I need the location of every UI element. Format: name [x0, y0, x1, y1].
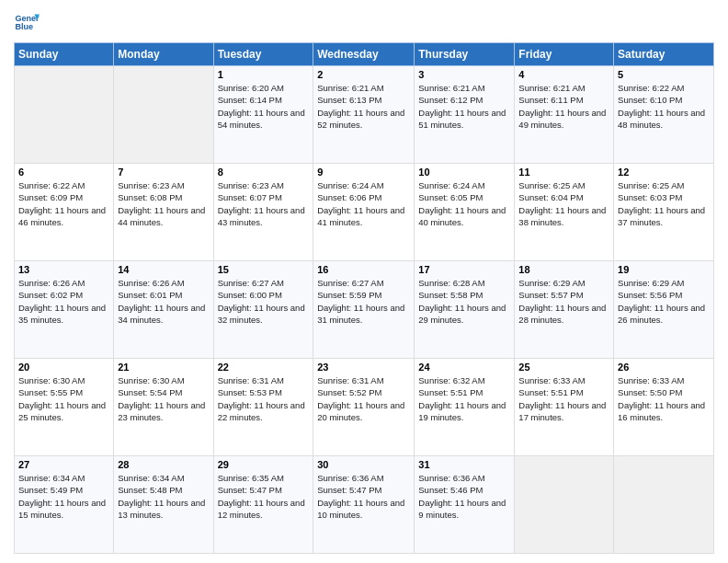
calendar-cell: 20Sunrise: 6:30 AM Sunset: 5:55 PM Dayli…: [15, 359, 114, 456]
day-info: Sunrise: 6:34 AM Sunset: 5:49 PM Dayligh…: [18, 472, 109, 521]
logo: General Blue: [14, 9, 40, 35]
page: General Blue SundayMondayTuesdayWednesda…: [0, 0, 728, 563]
day-info: Sunrise: 6:29 AM Sunset: 5:56 PM Dayligh…: [618, 277, 710, 326]
day-info: Sunrise: 6:32 AM Sunset: 5:51 PM Dayligh…: [418, 374, 510, 423]
day-info: Sunrise: 6:21 AM Sunset: 6:11 PM Dayligh…: [518, 82, 609, 131]
calendar-cell: 17Sunrise: 6:28 AM Sunset: 5:58 PM Dayli…: [415, 261, 515, 359]
week-row-2: 6Sunrise: 6:22 AM Sunset: 6:09 PM Daylig…: [15, 164, 714, 261]
day-info: Sunrise: 6:21 AM Sunset: 6:13 PM Dayligh…: [317, 82, 410, 131]
day-info: Sunrise: 6:34 AM Sunset: 5:48 PM Dayligh…: [118, 472, 209, 521]
day-number: 15: [218, 264, 310, 275]
day-info: Sunrise: 6:31 AM Sunset: 5:52 PM Dayligh…: [317, 374, 410, 423]
day-number: 3: [418, 69, 510, 80]
calendar-cell: 19Sunrise: 6:29 AM Sunset: 5:56 PM Dayli…: [614, 261, 714, 359]
day-info: Sunrise: 6:27 AM Sunset: 5:59 PM Dayligh…: [317, 277, 410, 326]
week-row-1: 1Sunrise: 6:20 AM Sunset: 6:14 PM Daylig…: [15, 66, 714, 164]
calendar-header-row: SundayMondayTuesdayWednesdayThursdayFrid…: [15, 43, 714, 66]
day-header-monday: Monday: [114, 43, 213, 66]
day-number: 16: [317, 264, 410, 275]
day-number: 25: [518, 362, 609, 373]
day-number: 14: [118, 264, 209, 275]
calendar-cell: 18Sunrise: 6:29 AM Sunset: 5:57 PM Dayli…: [515, 261, 614, 359]
day-info: Sunrise: 6:29 AM Sunset: 5:57 PM Dayligh…: [518, 277, 609, 326]
calendar-cell: 30Sunrise: 6:36 AM Sunset: 5:47 PM Dayli…: [313, 456, 415, 554]
day-number: 29: [218, 459, 310, 470]
calendar-cell: 12Sunrise: 6:25 AM Sunset: 6:03 PM Dayli…: [614, 164, 714, 261]
calendar-cell: 4Sunrise: 6:21 AM Sunset: 6:11 PM Daylig…: [515, 66, 614, 164]
day-number: 1: [218, 69, 310, 80]
header: General Blue: [14, 9, 714, 35]
day-number: 8: [218, 167, 310, 178]
calendar-cell: 24Sunrise: 6:32 AM Sunset: 5:51 PM Dayli…: [415, 359, 515, 456]
day-number: 2: [317, 69, 410, 80]
day-number: 10: [418, 167, 510, 178]
week-row-5: 27Sunrise: 6:34 AM Sunset: 5:49 PM Dayli…: [15, 456, 714, 554]
day-number: 27: [18, 459, 109, 470]
calendar-cell: 22Sunrise: 6:31 AM Sunset: 5:53 PM Dayli…: [213, 359, 313, 456]
day-number: 5: [618, 69, 710, 80]
day-number: 13: [18, 264, 109, 275]
day-number: 20: [18, 362, 109, 373]
logo-icon: General Blue: [14, 9, 40, 35]
day-info: Sunrise: 6:23 AM Sunset: 6:08 PM Dayligh…: [118, 179, 209, 228]
day-header-tuesday: Tuesday: [213, 43, 313, 66]
calendar-cell: 1Sunrise: 6:20 AM Sunset: 6:14 PM Daylig…: [213, 66, 313, 164]
day-info: Sunrise: 6:33 AM Sunset: 5:51 PM Dayligh…: [518, 374, 609, 423]
day-number: 28: [118, 459, 209, 470]
day-header-saturday: Saturday: [614, 43, 714, 66]
calendar-cell: 9Sunrise: 6:24 AM Sunset: 6:06 PM Daylig…: [313, 164, 415, 261]
calendar-cell: 31Sunrise: 6:36 AM Sunset: 5:46 PM Dayli…: [415, 456, 515, 554]
day-number: 7: [118, 167, 209, 178]
calendar-cell: 6Sunrise: 6:22 AM Sunset: 6:09 PM Daylig…: [15, 164, 114, 261]
calendar-cell: 27Sunrise: 6:34 AM Sunset: 5:49 PM Dayli…: [15, 456, 114, 554]
day-info: Sunrise: 6:30 AM Sunset: 5:54 PM Dayligh…: [118, 374, 209, 423]
day-info: Sunrise: 6:26 AM Sunset: 6:02 PM Dayligh…: [18, 277, 109, 326]
day-info: Sunrise: 6:36 AM Sunset: 5:46 PM Dayligh…: [418, 472, 510, 521]
day-number: 30: [317, 459, 410, 470]
day-info: Sunrise: 6:31 AM Sunset: 5:53 PM Dayligh…: [218, 374, 310, 423]
day-info: Sunrise: 6:24 AM Sunset: 6:06 PM Dayligh…: [317, 179, 410, 228]
day-info: Sunrise: 6:28 AM Sunset: 5:58 PM Dayligh…: [418, 277, 510, 326]
day-info: Sunrise: 6:22 AM Sunset: 6:10 PM Dayligh…: [618, 82, 710, 131]
day-number: 22: [218, 362, 310, 373]
day-info: Sunrise: 6:22 AM Sunset: 6:09 PM Dayligh…: [18, 179, 109, 228]
day-info: Sunrise: 6:21 AM Sunset: 6:12 PM Dayligh…: [418, 82, 510, 131]
calendar-cell: 10Sunrise: 6:24 AM Sunset: 6:05 PM Dayli…: [415, 164, 515, 261]
day-number: 24: [418, 362, 510, 373]
day-number: 19: [618, 264, 710, 275]
day-info: Sunrise: 6:25 AM Sunset: 6:04 PM Dayligh…: [518, 179, 609, 228]
day-info: Sunrise: 6:26 AM Sunset: 6:01 PM Dayligh…: [118, 277, 209, 326]
day-number: 31: [418, 459, 510, 470]
calendar-cell: 28Sunrise: 6:34 AM Sunset: 5:48 PM Dayli…: [114, 456, 213, 554]
day-info: Sunrise: 6:25 AM Sunset: 6:03 PM Dayligh…: [618, 179, 710, 228]
day-number: 9: [317, 167, 410, 178]
day-info: Sunrise: 6:20 AM Sunset: 6:14 PM Dayligh…: [218, 82, 310, 131]
svg-text:Blue: Blue: [15, 22, 33, 31]
calendar-table: SundayMondayTuesdayWednesdayThursdayFrid…: [14, 42, 714, 554]
day-header-sunday: Sunday: [15, 43, 114, 66]
calendar-cell: 16Sunrise: 6:27 AM Sunset: 5:59 PM Dayli…: [313, 261, 415, 359]
calendar-cell: 2Sunrise: 6:21 AM Sunset: 6:13 PM Daylig…: [313, 66, 415, 164]
day-number: 23: [317, 362, 410, 373]
day-info: Sunrise: 6:24 AM Sunset: 6:05 PM Dayligh…: [418, 179, 510, 228]
week-row-4: 20Sunrise: 6:30 AM Sunset: 5:55 PM Dayli…: [15, 359, 714, 456]
calendar-cell: 14Sunrise: 6:26 AM Sunset: 6:01 PM Dayli…: [114, 261, 213, 359]
day-number: 26: [618, 362, 710, 373]
calendar-cell: 11Sunrise: 6:25 AM Sunset: 6:04 PM Dayli…: [515, 164, 614, 261]
calendar-cell: 23Sunrise: 6:31 AM Sunset: 5:52 PM Dayli…: [313, 359, 415, 456]
day-info: Sunrise: 6:35 AM Sunset: 5:47 PM Dayligh…: [218, 472, 310, 521]
day-number: 18: [518, 264, 609, 275]
calendar-cell: [15, 66, 114, 164]
day-header-thursday: Thursday: [415, 43, 515, 66]
calendar-cell: 7Sunrise: 6:23 AM Sunset: 6:08 PM Daylig…: [114, 164, 213, 261]
calendar-cell: 25Sunrise: 6:33 AM Sunset: 5:51 PM Dayli…: [515, 359, 614, 456]
day-header-friday: Friday: [515, 43, 614, 66]
day-number: 6: [18, 167, 109, 178]
calendar-cell: 5Sunrise: 6:22 AM Sunset: 6:10 PM Daylig…: [614, 66, 714, 164]
day-number: 12: [618, 167, 710, 178]
day-info: Sunrise: 6:23 AM Sunset: 6:07 PM Dayligh…: [218, 179, 310, 228]
day-info: Sunrise: 6:36 AM Sunset: 5:47 PM Dayligh…: [317, 472, 410, 521]
day-number: 11: [518, 167, 609, 178]
day-info: Sunrise: 6:33 AM Sunset: 5:50 PM Dayligh…: [618, 374, 710, 423]
calendar-cell: 8Sunrise: 6:23 AM Sunset: 6:07 PM Daylig…: [213, 164, 313, 261]
